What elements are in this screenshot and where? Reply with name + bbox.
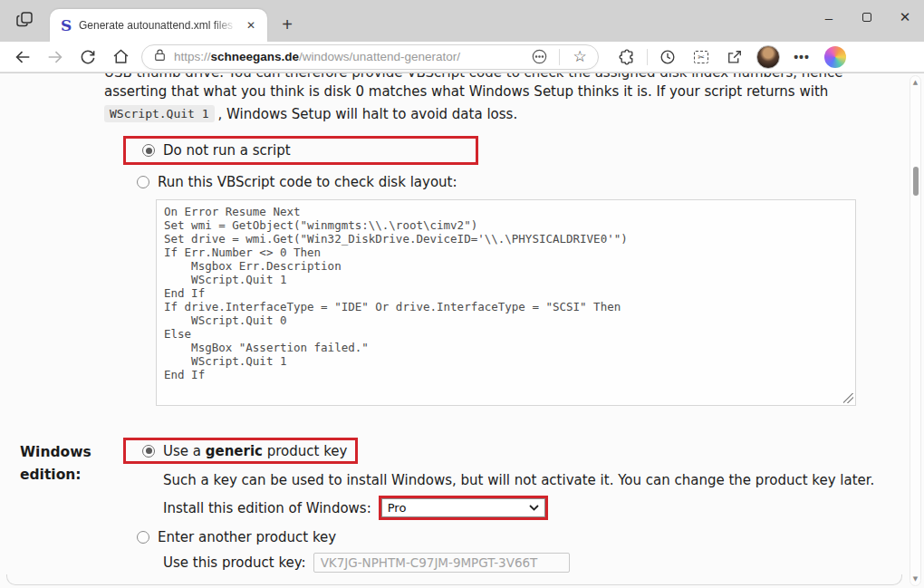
profile-button[interactable] xyxy=(753,44,784,70)
inline-code-chip: WScript.Quit 1 xyxy=(104,105,215,122)
maximize-button[interactable] xyxy=(848,0,886,34)
star-icon: ☆ xyxy=(573,47,586,66)
refresh-icon xyxy=(79,48,97,66)
annotation-box-edition-select: Pro xyxy=(379,496,548,520)
vertical-scrollbar[interactable]: ▲ ▼ xyxy=(910,75,921,586)
window-controls: – ✕ xyxy=(810,0,924,36)
radio-run-vbscript[interactable] xyxy=(137,176,149,188)
paragraph-clipped-line: USB thumb drive. You can therefore provi… xyxy=(104,73,843,81)
tab-close-button[interactable]: ✕ xyxy=(242,16,260,34)
product-key-input[interactable] xyxy=(313,553,570,573)
home-icon xyxy=(111,47,130,66)
favorite-star-button[interactable]: ☆ xyxy=(569,46,591,68)
settings-more-button[interactable]: ••• xyxy=(786,44,817,70)
page-content: USB thumb drive. You can therefore provi… xyxy=(0,73,924,588)
forward-button[interactable] xyxy=(40,44,71,70)
vbscript-code-textarea[interactable]: On Error Resume Next Set wmi = GetObject… xyxy=(156,199,856,406)
refresh-button[interactable] xyxy=(72,44,103,70)
edition-select-value: Pro xyxy=(388,501,407,515)
annotation-box-generic-key: Use a generic product key xyxy=(123,438,358,464)
paragraph-line: asserting that what you think is disk 0 … xyxy=(104,83,828,100)
forward-arrow-icon xyxy=(45,47,65,67)
history-button[interactable] xyxy=(652,44,683,70)
address-bar[interactable]: https://schneegans.de/windows/unattend-g… xyxy=(141,44,599,70)
browser-titlebar: S Generate autounattend.xml files f ✕ + … xyxy=(0,0,924,42)
puzzle-icon xyxy=(618,48,636,66)
web-capture-button[interactable]: ✂ xyxy=(686,44,717,70)
radio-do-not-run-script[interactable] xyxy=(142,144,155,157)
site-favicon-icon: S xyxy=(61,16,79,34)
radio-label: Enter another product key xyxy=(158,529,336,545)
share-button[interactable] xyxy=(719,44,750,70)
url-text: https://schneegans.de/windows/unattend-g… xyxy=(174,50,521,63)
browser-tab[interactable]: S Generate autounattend.xml files f ✕ xyxy=(50,9,267,42)
radio-enter-another-key[interactable] xyxy=(137,531,149,544)
stacked-tabs-icon xyxy=(14,10,34,33)
circled-ellipsis-icon xyxy=(531,48,548,65)
share-icon xyxy=(726,48,744,66)
scrollbar-thumb[interactable] xyxy=(913,167,919,196)
maximize-icon xyxy=(862,13,871,22)
browser-toolbar: https://schneegans.de/windows/unattend-g… xyxy=(0,42,924,72)
history-clock-icon xyxy=(659,48,677,66)
close-window-button[interactable]: ✕ xyxy=(886,0,924,34)
back-button[interactable] xyxy=(7,44,38,70)
web-capture-icon: ✂ xyxy=(694,51,708,63)
site-permissions-button[interactable] xyxy=(528,46,550,68)
home-button[interactable] xyxy=(105,44,136,70)
product-key-row: Use this product key: xyxy=(163,553,570,573)
copilot-icon xyxy=(824,46,846,68)
toolbar-right-icons: ✂ ••• xyxy=(611,44,851,70)
product-key-label: Use this product key: xyxy=(163,554,306,571)
extensions-button[interactable] xyxy=(611,44,642,70)
tab-title: Generate autounattend.xml files f xyxy=(79,19,242,32)
scroll-down-arrow[interactable]: ▼ xyxy=(910,575,920,583)
radio-generic-product-key[interactable] xyxy=(142,445,155,458)
edition-select[interactable]: Pro xyxy=(381,498,545,517)
radio-label: Do not run a script xyxy=(163,142,291,159)
generic-key-note: Such a key can be used to install Window… xyxy=(163,472,874,488)
radio-row-run-vbscript: Run this VBScript code to check disk lay… xyxy=(137,174,457,190)
annotation-box-do-not-run: Do not run a script xyxy=(123,136,478,165)
tab-actions-button[interactable] xyxy=(7,7,42,34)
minimize-button[interactable]: – xyxy=(810,0,848,34)
radio-row-another-key: Enter another product key xyxy=(137,529,336,545)
chevron-down-icon xyxy=(529,505,539,511)
copilot-button[interactable] xyxy=(820,44,851,70)
form-card-bottom-edge xyxy=(6,574,902,585)
url-scheme: https:// xyxy=(174,50,211,63)
radio-label: Use a generic product key xyxy=(163,443,347,459)
url-domain: schneegans.de xyxy=(211,50,300,63)
url-path: /windows/unattend-generator/ xyxy=(299,50,460,63)
install-edition-row: Install this edition of Windows: Pro xyxy=(163,496,548,520)
section-label-windows-edition: Windows edition: xyxy=(20,441,111,487)
browser-window: S Generate autounattend.xml files f ✕ + … xyxy=(0,0,924,588)
scissors-glyph: ✂ xyxy=(698,53,705,62)
toolbar-divider xyxy=(647,49,648,65)
paragraph-line-with-code: WScript.Quit 1 , Windows Setup will halt… xyxy=(104,105,517,122)
back-arrow-icon xyxy=(13,47,33,67)
paragraph-tail: , Windows Setup will halt to avoid data … xyxy=(218,106,518,122)
pill-divider xyxy=(559,49,560,65)
ellipsis-icon: ••• xyxy=(794,50,810,64)
install-edition-label: Install this edition of Windows: xyxy=(163,500,371,516)
scroll-up-arrow[interactable]: ▲ xyxy=(910,79,920,86)
profile-avatar xyxy=(756,45,780,69)
radio-label: Run this VBScript code to check disk lay… xyxy=(158,174,457,190)
new-tab-button[interactable]: + xyxy=(274,12,300,37)
lock-icon[interactable] xyxy=(153,48,167,65)
